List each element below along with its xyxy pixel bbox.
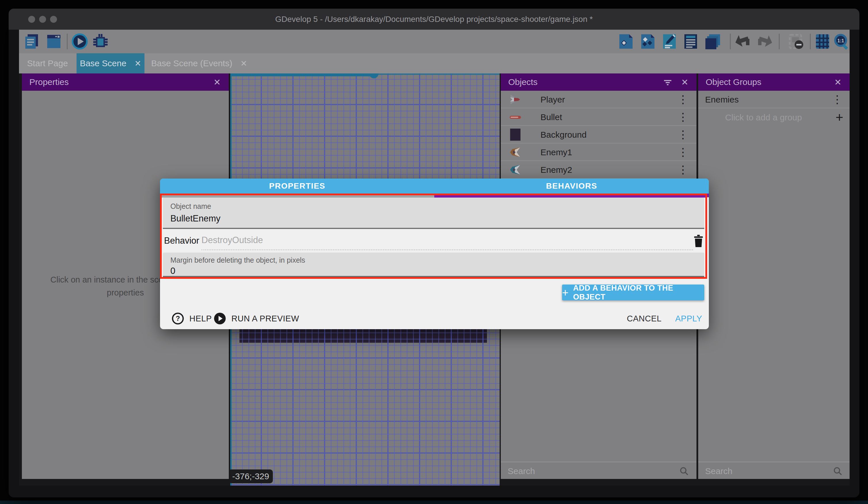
- object-groups-panel-header: Object Groups ✕: [698, 73, 850, 91]
- object-row-player[interactable]: Player ⋮: [501, 91, 696, 108]
- object-name: Enemy1: [540, 143, 572, 161]
- filter-icon[interactable]: [663, 77, 673, 87]
- grid-toggle-icon[interactable]: [815, 33, 830, 50]
- object-name: Background: [540, 126, 587, 143]
- search-icon: [833, 466, 843, 476]
- add-behavior-button-label: ADD A BEHAVIOR TO THE OBJECT: [573, 284, 704, 302]
- cursor-coordinates-badge: -376;-329: [230, 470, 273, 483]
- edit-scene-icon[interactable]: [661, 33, 678, 50]
- screen: GDevelop 5 - /Users/dkarakay/Documents/G…: [0, 0, 868, 504]
- background-object-thumbnail: [509, 128, 522, 141]
- object-name: Enemy2: [540, 161, 572, 179]
- add-group-plus-icon[interactable]: +: [836, 109, 843, 126]
- object-editor-dialog: PROPERTIES BEHAVIORS Object name BulletE…: [160, 179, 709, 329]
- svg-text:1:1: 1:1: [837, 38, 844, 43]
- object-row-enemy2[interactable]: Enemy2 ⋮: [501, 161, 696, 179]
- tab-base-scene-label: Base Scene: [80, 59, 126, 68]
- scene-boundary-top-segment: [230, 73, 370, 76]
- add-instances-icon[interactable]: [640, 33, 656, 50]
- delete-behavior-icon[interactable]: [693, 234, 704, 248]
- search-icon: [679, 466, 689, 476]
- play-preview-icon[interactable]: [71, 33, 88, 50]
- toolbar-separator: [779, 34, 779, 49]
- objects-panel-header: Objects ✕: [501, 73, 696, 91]
- toolbar-separator: [810, 34, 811, 49]
- dialog-tab-bar: PROPERTIES BEHAVIORS: [160, 179, 709, 193]
- object-groups-close-icon[interactable]: ✕: [834, 77, 841, 87]
- margin-field[interactable]: Margin before deleting the object, in pi…: [163, 253, 704, 277]
- debugger-icon[interactable]: [92, 33, 110, 50]
- object-menu-icon[interactable]: ⋮: [678, 91, 689, 108]
- tutorial-highlight-box: Object name BulletEnemy Behavior Destroy…: [160, 193, 707, 279]
- run-preview-icon: [214, 312, 226, 325]
- object-menu-icon[interactable]: ⋮: [678, 161, 689, 179]
- objects-close-icon[interactable]: ✕: [681, 77, 689, 87]
- group-row-enemies[interactable]: Enemies ⋮: [698, 91, 850, 108]
- group-name: Enemies: [705, 91, 739, 108]
- group-menu-icon[interactable]: ⋮: [832, 91, 843, 108]
- add-group-row[interactable]: Click to add a group +: [698, 109, 850, 126]
- object-name: Bullet: [540, 108, 562, 126]
- enemy2-object-thumbnail: [509, 163, 522, 176]
- object-row-enemy1[interactable]: Enemy1 ⋮: [501, 143, 696, 161]
- object-name-field-value: BulletEnemy: [170, 213, 220, 224]
- run-preview-button[interactable]: RUN A PREVIEW: [214, 311, 299, 326]
- tab-base-scene[interactable]: Base Scene ✕: [76, 53, 144, 73]
- window-title: GDevelop 5 - /Users/dkarakay/Documents/G…: [9, 9, 859, 30]
- behavior-name-field[interactable]: DestroyOutside: [202, 235, 263, 245]
- plus-icon: +: [562, 287, 568, 298]
- desktop-background: [0, 501, 868, 504]
- objects-panel-title: Objects: [508, 77, 663, 87]
- objects-search-input[interactable]: [507, 465, 645, 478]
- help-button-label: HELP: [189, 314, 212, 323]
- add-behavior-button[interactable]: + ADD A BEHAVIOR TO THE OBJECT: [562, 284, 704, 300]
- dialog-tab-properties[interactable]: PROPERTIES: [160, 179, 435, 193]
- apply-button[interactable]: APPLY: [675, 311, 702, 326]
- behavior-row-label: Behavior: [164, 235, 199, 246]
- redo-icon[interactable]: [756, 33, 773, 50]
- bullet-object-thumbnail: [509, 111, 522, 123]
- behaviors-tab-underline: [434, 195, 705, 198]
- add-group-label: Click to add a group: [698, 109, 829, 126]
- mask-toggle-icon[interactable]: [787, 33, 804, 50]
- properties-tab-underline: [162, 195, 434, 198]
- help-button[interactable]: ? HELP: [172, 311, 212, 326]
- object-row-bullet[interactable]: Bullet ⋮: [501, 108, 696, 126]
- object-menu-icon[interactable]: ⋮: [678, 143, 689, 161]
- properties-panel-title: Properties: [29, 77, 214, 87]
- tab-close-icon[interactable]: ✕: [134, 59, 141, 68]
- layers-icon[interactable]: [704, 33, 721, 50]
- objects-search-row: [501, 462, 696, 479]
- object-groups-panel-title: Object Groups: [706, 77, 834, 87]
- scene-properties-icon[interactable]: [683, 33, 699, 50]
- cancel-button[interactable]: CANCEL: [627, 311, 662, 326]
- new-window-icon[interactable]: [45, 33, 62, 50]
- properties-close-icon[interactable]: ✕: [214, 77, 221, 87]
- groups-search-input[interactable]: [704, 465, 812, 478]
- toolbar-separator: [730, 34, 731, 49]
- tab-start-page-label: Start Page: [27, 59, 68, 68]
- svg-text:?: ?: [176, 314, 180, 322]
- properties-panel-header: Properties ✕: [22, 73, 229, 91]
- project-manager-icon[interactable]: [24, 33, 40, 50]
- object-menu-icon[interactable]: ⋮: [678, 126, 689, 143]
- object-menu-icon[interactable]: ⋮: [678, 108, 689, 126]
- tab-start-page[interactable]: Start Page: [21, 53, 74, 73]
- groups-search-row: [698, 462, 850, 479]
- object-name-field[interactable]: Object name BulletEnemy: [163, 198, 704, 229]
- margin-field-value: 0: [170, 266, 175, 276]
- object-name-field-label: Object name: [170, 202, 211, 211]
- tab-base-scene-events[interactable]: Base Scene (Events) ✕: [146, 53, 252, 73]
- help-icon: ?: [172, 312, 184, 325]
- undo-icon[interactable]: [734, 33, 751, 50]
- object-name: Player: [540, 91, 565, 108]
- player-object-thumbnail: [509, 93, 522, 106]
- zoom-1-1-icon[interactable]: 1:1: [834, 33, 850, 50]
- title-bar: GDevelop 5 - /Users/dkarakay/Documents/G…: [9, 9, 859, 30]
- dialog-tab-behaviors[interactable]: BEHAVIORS: [435, 179, 709, 193]
- run-preview-button-label: RUN A PREVIEW: [231, 314, 299, 323]
- add-object-icon[interactable]: [618, 33, 634, 50]
- margin-field-label: Margin before deleting the object, in pi…: [170, 256, 305, 264]
- object-row-background[interactable]: Background ⋮: [501, 126, 696, 143]
- tab-close-icon[interactable]: ✕: [240, 59, 247, 68]
